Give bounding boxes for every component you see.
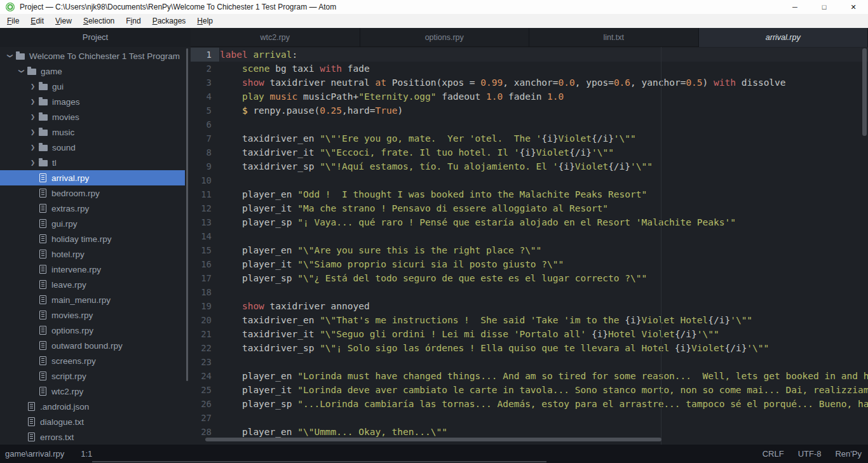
tree-scrollbar[interactable] <box>186 48 188 381</box>
code-line-10[interactable] <box>220 173 868 187</box>
code-line-23[interactable] <box>220 355 868 369</box>
tree-item-arrival-rpy[interactable]: arrival.rpy <box>0 170 185 185</box>
status-crlf[interactable]: CRLF <box>763 449 784 459</box>
tree-item-welcome-to-chichester-1-test-program[interactable]: ❯Welcome To Chichester 1 Test Program <box>0 48 191 64</box>
code-line-25[interactable]: player_it "Lorinda deve aver cambiato le… <box>220 383 868 397</box>
code-line-26[interactable]: player_sp "...Lorinda cambiaría las torn… <box>220 397 868 411</box>
tree-item-options-rpy[interactable]: options.rpy <box>0 323 191 338</box>
file-icon <box>39 341 46 350</box>
menu-find[interactable]: Find <box>120 14 146 28</box>
code-area[interactable]: label arrival: scene bg taxi with fade s… <box>219 47 868 445</box>
tree-item-label: movies.rpy <box>51 311 93 320</box>
status-ren-py[interactable]: Ren'Py <box>835 449 862 459</box>
text-editor[interactable]: 1234567891011121314151617181920212223242… <box>191 47 868 445</box>
code-line-20[interactable]: taxidriver_en "\"That's me instructions … <box>220 313 868 327</box>
line-number: 16 <box>191 257 219 271</box>
chevron-icon[interactable]: ❯ <box>27 114 38 120</box>
tree-item-gui-rpy[interactable]: gui.rpy <box>0 216 191 231</box>
code-line-28[interactable]: player_en "\"Ummm... Okay, then...\"" <box>220 425 868 439</box>
code-line-1[interactable]: label arrival: <box>220 48 868 62</box>
menu-packages[interactable]: Packages <box>147 14 192 28</box>
tab-arrival-rpy[interactable]: arrival.rpy <box>699 28 868 47</box>
tab-bar: wtc2.rpyoptions.rpylint.txtarrival.rpy <box>191 28 868 47</box>
code-line-3[interactable]: show taxidriver neutral at Position(xpos… <box>220 76 868 90</box>
file-icon <box>39 265 46 274</box>
code-line-24[interactable]: player_en "Lorinda must have changed thi… <box>220 369 868 383</box>
code-line-7[interactable]: taxidriver_en "\"'Ere you go, mate. Yer … <box>220 131 868 145</box>
code-line-8[interactable]: taxidriver_it "\"Eccoci, frate. Il tuo h… <box>220 145 868 159</box>
chevron-icon[interactable]: ❯ <box>27 98 38 105</box>
status-utf-8[interactable]: UTF-8 <box>798 449 822 459</box>
menu-view[interactable]: View <box>50 14 78 28</box>
code-line-9[interactable]: taxidriver_sp "\"!Aquí estamos, tío. Tu … <box>220 159 868 173</box>
tree-item-dialogue-txt[interactable]: dialogue.txt <box>0 414 191 429</box>
tree-item-movies[interactable]: ❯movies <box>0 109 191 124</box>
code-line-6[interactable] <box>220 117 868 131</box>
tree-item-holiday-time-rpy[interactable]: holiday time.rpy <box>0 231 191 246</box>
file-icon <box>39 189 46 198</box>
tab-wtc2-rpy[interactable]: wtc2.rpy <box>191 28 360 47</box>
tree-item-label: main_menu.rpy <box>51 295 111 305</box>
code-line-5[interactable]: $ renpy.pause(0.25,hard=True) <box>220 104 868 117</box>
tree-item-images[interactable]: ❯images <box>0 94 191 109</box>
tree-item-label: gui.rpy <box>51 219 78 229</box>
code-line-4[interactable]: play music musicPath+"Eternity.ogg" fade… <box>220 90 868 104</box>
chevron-icon[interactable]: ❯ <box>4 53 15 59</box>
editor-horizontal-scrollbar[interactable] <box>205 438 661 441</box>
tree-item-label: script.rpy <box>51 372 86 381</box>
tree-item-gui[interactable]: ❯gui <box>0 79 191 94</box>
code-line-13[interactable]: player_sp "¡ Vaya... qué raro ! Pensé qu… <box>220 215 868 229</box>
code-line-15[interactable]: player_en "\"Are you sure this is the ri… <box>220 243 868 257</box>
code-line-21[interactable]: taxidriver_it "\"Seguo gli ordini ! Lei … <box>220 327 868 341</box>
code-line-12[interactable]: player_it "Ma che strano ! Pensavo di es… <box>220 201 868 215</box>
tree-item-errors-txt[interactable]: errors.txt <box>0 429 191 445</box>
tree-item-android-json[interactable]: .android.json <box>0 399 191 414</box>
code-line-19[interactable]: show taxidriver annoyed <box>220 299 868 313</box>
code-line-22[interactable]: taxidriver_sp "\"¡ Solo sigo las órdenes… <box>220 341 868 355</box>
menu-help[interactable]: Help <box>191 14 219 28</box>
chevron-icon[interactable]: ❯ <box>27 83 38 90</box>
line-number: 2 <box>191 62 219 76</box>
file-icon <box>39 356 46 365</box>
tree-item-outward-bound-rpy[interactable]: outward bound.rpy <box>0 338 191 353</box>
line-number: 18 <box>191 285 219 299</box>
minimize-button[interactable]: ─ <box>780 0 810 14</box>
menu-selection[interactable]: Selection <box>78 14 120 28</box>
tab-options-rpy[interactable]: options.rpy <box>360 28 530 47</box>
line-number: 28 <box>191 425 219 439</box>
tab-lint-txt[interactable]: lint.txt <box>529 28 699 47</box>
tree-item-tl[interactable]: ❯tl <box>0 155 191 170</box>
editor-vertical-scrollbar[interactable] <box>862 48 867 136</box>
code-line-11[interactable]: player_en "Odd ! I thought I was booked … <box>220 187 868 201</box>
chevron-icon[interactable]: ❯ <box>27 159 38 166</box>
code-line-18[interactable] <box>220 285 868 299</box>
tree-item-bedroom-rpy[interactable]: bedroom.rpy <box>0 185 191 201</box>
chevron-icon[interactable]: ❯ <box>27 144 38 151</box>
tree-item-sound[interactable]: ❯sound <box>0 140 191 155</box>
status-cursor-position[interactable]: 1:1 <box>81 449 92 459</box>
code-line-14[interactable] <box>220 229 868 243</box>
tree-item-leave-rpy[interactable]: leave.rpy <box>0 277 191 292</box>
line-number: 3 <box>191 76 219 90</box>
tree-item-script-rpy[interactable]: script.rpy <box>0 368 191 384</box>
tree-item-game[interactable]: ❯game <box>0 64 191 79</box>
tree-item-hotel-rpy[interactable]: hotel.rpy <box>0 246 191 262</box>
code-line-16[interactable]: player_it "\"Siamo proprio sicuri sia il… <box>220 257 868 271</box>
chevron-icon[interactable]: ❯ <box>16 68 27 74</box>
tree-item-wtc2-rpy[interactable]: wtc2.rpy <box>0 384 191 399</box>
code-line-17[interactable]: player_sp "\"¿ Está del todo seguro de q… <box>220 271 868 285</box>
chevron-icon[interactable]: ❯ <box>27 129 38 135</box>
tree-item-music[interactable]: ❯music <box>0 124 191 140</box>
tree-item-screens-rpy[interactable]: screens.rpy <box>0 353 191 368</box>
tree-item-intervene-rpy[interactable]: intervene.rpy <box>0 262 191 277</box>
code-line-2[interactable]: scene bg taxi with fade <box>220 62 868 76</box>
code-line-27[interactable] <box>220 411 868 425</box>
menu-file[interactable]: File <box>1 14 25 28</box>
maximize-button[interactable]: □ <box>810 0 839 14</box>
tree-item-movies-rpy[interactable]: movies.rpy <box>0 307 191 323</box>
editor-panel: wtc2.rpyoptions.rpylint.txtarrival.rpy 1… <box>191 28 868 445</box>
menu-edit[interactable]: Edit <box>25 14 50 28</box>
tree-item-main-menu-rpy[interactable]: main_menu.rpy <box>0 292 191 307</box>
close-button[interactable]: ✕ <box>839 0 868 14</box>
tree-item-extras-rpy[interactable]: extras.rpy <box>0 201 191 216</box>
